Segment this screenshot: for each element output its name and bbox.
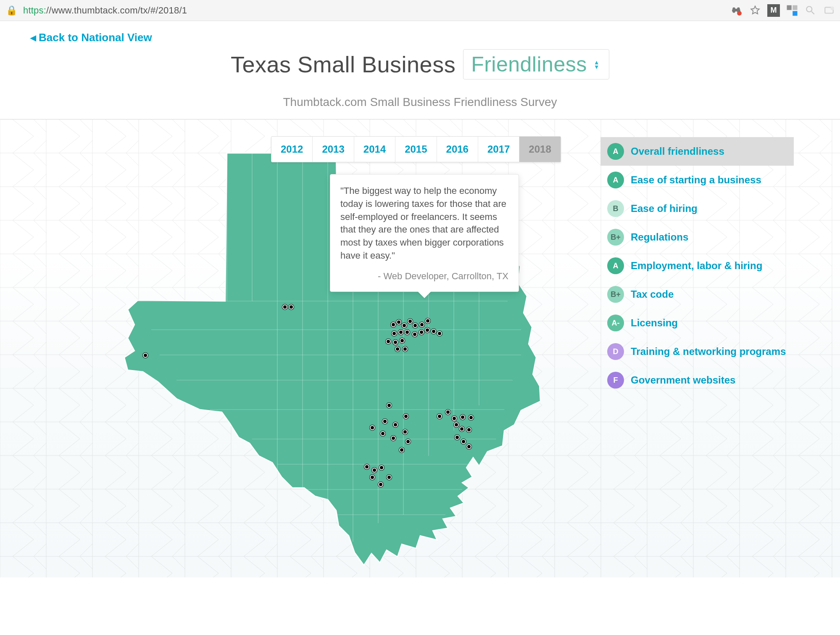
- data-point[interactable]: [403, 347, 408, 352]
- data-point[interactable]: [408, 319, 413, 324]
- data-point[interactable]: [364, 464, 369, 469]
- grade-row-ease-of-hiring[interactable]: BEase of hiring: [600, 194, 794, 223]
- svg-rect-1: [787, 5, 792, 10]
- data-point[interactable]: [372, 468, 377, 473]
- year-tab-2016[interactable]: 2016: [437, 137, 478, 162]
- grade-row-regulations[interactable]: B+Regulations: [600, 223, 794, 251]
- grade-pill: A-: [607, 315, 624, 331]
- extension-icon[interactable]: [822, 3, 837, 18]
- chevron-updown-icon: ▲▼: [594, 60, 600, 69]
- data-point[interactable]: [413, 323, 418, 328]
- data-point[interactable]: [437, 331, 442, 336]
- grade-pill: F: [607, 372, 624, 389]
- data-point[interactable]: [466, 444, 471, 449]
- metric-selector-value: Friendliness: [471, 52, 587, 77]
- year-tab-2012[interactable]: 2012: [271, 137, 313, 162]
- grade-row-employment-labor-hiring[interactable]: AEmployment, labor & hiring: [600, 251, 794, 280]
- quote-tooltip: "The biggest way to help the economy tod…: [330, 174, 519, 292]
- data-point[interactable]: [460, 415, 465, 420]
- data-point[interactable]: [419, 322, 424, 327]
- grade-label: Overall friendliness: [631, 146, 724, 157]
- data-point[interactable]: [398, 330, 403, 335]
- data-point[interactable]: [406, 439, 411, 444]
- data-point[interactable]: [469, 415, 474, 420]
- data-point[interactable]: [392, 331, 397, 336]
- grade-label: Licensing: [631, 317, 678, 329]
- data-point[interactable]: [437, 414, 442, 419]
- data-point[interactable]: [379, 465, 384, 470]
- data-point[interactable]: [452, 416, 457, 421]
- data-point[interactable]: [400, 338, 405, 343]
- grade-pill: D: [607, 343, 624, 360]
- data-point[interactable]: [454, 422, 459, 427]
- data-point[interactable]: [393, 340, 398, 345]
- data-point[interactable]: [370, 425, 375, 430]
- map-viewport[interactable]: "The biggest way to help the economy tod…: [0, 119, 840, 577]
- url-display[interactable]: https://www.thumbtack.com/tx/#/2018/1: [23, 5, 187, 16]
- year-tab-2015[interactable]: 2015: [395, 137, 437, 162]
- data-point[interactable]: [445, 410, 450, 415]
- data-point[interactable]: [380, 431, 385, 436]
- grade-row-training-networking-programs[interactable]: DTraining & networking programs: [600, 337, 794, 366]
- star-icon[interactable]: [748, 3, 763, 18]
- data-point[interactable]: [431, 329, 436, 334]
- data-point[interactable]: [396, 320, 401, 325]
- year-tab-2014[interactable]: 2014: [354, 137, 395, 162]
- year-tabs: 2012201320142015201620172018: [271, 136, 561, 162]
- data-point[interactable]: [391, 322, 396, 327]
- data-point[interactable]: [403, 414, 408, 419]
- svg-point-6: [830, 6, 834, 10]
- data-point[interactable]: [382, 419, 387, 424]
- data-point[interactable]: [391, 436, 396, 441]
- extension-icon[interactable]: [785, 3, 800, 18]
- grade-row-overall-friendliness[interactable]: AOverall friendliness: [600, 137, 794, 166]
- extension-icon[interactable]: [729, 3, 744, 18]
- year-tab-2018[interactable]: 2018: [519, 137, 560, 162]
- data-point[interactable]: [399, 447, 404, 452]
- data-point[interactable]: [455, 435, 460, 440]
- data-point[interactable]: [403, 429, 408, 434]
- data-point[interactable]: [412, 332, 417, 337]
- data-point[interactable]: [386, 339, 391, 344]
- grade-label: Employment, labor & hiring: [631, 260, 762, 272]
- data-point[interactable]: [378, 482, 383, 487]
- grade-row-ease-of-starting-a-business[interactable]: AEase of starting a business: [600, 166, 794, 194]
- svg-rect-3: [793, 11, 797, 16]
- back-link[interactable]: ◀ Back to National View: [30, 31, 152, 44]
- metric-selector[interactable]: Friendliness ▲▼: [463, 49, 609, 79]
- grade-pill: A: [607, 143, 624, 160]
- grade-row-tax-code[interactable]: B+Tax code: [600, 280, 794, 309]
- extension-icon[interactable]: M: [766, 3, 781, 18]
- extension-icon[interactable]: [803, 3, 818, 18]
- data-point[interactable]: [143, 353, 148, 358]
- data-point[interactable]: [405, 330, 410, 335]
- browser-address-bar: 🔒 https://www.thumbtack.com/tx/#/2018/1 …: [0, 0, 840, 21]
- grade-list: AOverall friendlinessAEase of starting a…: [600, 137, 794, 394]
- grade-row-licensing[interactable]: A-Licensing: [600, 309, 794, 337]
- lock-icon: 🔒: [3, 5, 20, 16]
- data-point[interactable]: [387, 475, 392, 480]
- data-point[interactable]: [466, 427, 471, 432]
- data-point[interactable]: [425, 318, 430, 323]
- url-path: //www.thumbtack.com/tx/#/2018/1: [46, 5, 187, 16]
- data-point[interactable]: [393, 422, 398, 427]
- data-point[interactable]: [387, 403, 392, 408]
- grade-label: Ease of starting a business: [631, 174, 761, 186]
- year-tab-2013[interactable]: 2013: [313, 137, 354, 162]
- grade-label: Ease of hiring: [631, 203, 698, 214]
- page-title: Texas Small Business Friendliness ▲▼: [231, 49, 609, 79]
- grade-pill: B+: [607, 229, 624, 246]
- page-subtitle: Thumbtack.com Small Business Friendlines…: [30, 95, 810, 109]
- data-point[interactable]: [282, 304, 287, 310]
- data-point[interactable]: [461, 439, 466, 444]
- year-tab-2017[interactable]: 2017: [478, 137, 519, 162]
- data-point[interactable]: [459, 426, 464, 431]
- data-point[interactable]: [289, 304, 294, 310]
- data-point[interactable]: [425, 328, 430, 333]
- data-point[interactable]: [419, 330, 424, 335]
- page-header: ◀ Back to National View Texas Small Busi…: [0, 21, 840, 119]
- data-point[interactable]: [370, 475, 375, 480]
- data-point[interactable]: [395, 347, 400, 352]
- data-point[interactable]: [402, 323, 407, 328]
- grade-row-government-websites[interactable]: FGovernment websites: [600, 366, 794, 394]
